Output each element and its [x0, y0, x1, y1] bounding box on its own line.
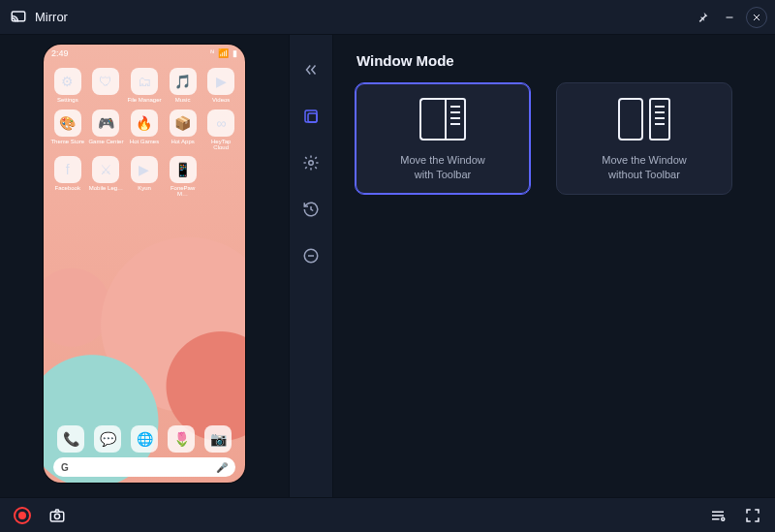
phone-statusbar: 2:49 ᴺ 📶 ▮	[44, 45, 245, 62]
app-label: File Manager	[127, 97, 161, 104]
phone-app[interactable]: 🗂File Manager	[126, 68, 163, 104]
minimize-button[interactable]	[719, 7, 740, 28]
record-button[interactable]	[12, 505, 33, 526]
collapse-rail-button[interactable]	[297, 56, 325, 83]
phone-app[interactable]: 🎵Music	[165, 68, 202, 104]
app-label: Music	[175, 97, 191, 104]
svg-rect-4	[305, 110, 317, 122]
app-icon: ∞	[207, 110, 234, 137]
app-icon: 🎵	[170, 68, 197, 95]
card-caption: Move the Windowwith Toolbar	[400, 153, 484, 182]
phone-app[interactable]: 🎨Theme Store	[49, 110, 86, 150]
window-mode-cards: Move the Windowwith Toolbar Move the Win…	[355, 82, 754, 195]
app-icon: 🔥	[131, 110, 158, 137]
phone-mirror[interactable]: 2:49 ᴺ 📶 ▮ ⚙Settings🛡🗂File Manager🎵Music…	[44, 45, 245, 483]
svg-rect-5	[308, 113, 317, 122]
app-icon: ▶	[207, 68, 234, 95]
phone-status-icons: ᴺ 📶 ▮	[210, 48, 237, 58]
app-icon: 🎨	[54, 110, 81, 137]
main-panel: Window Mode Move the Windowwith Toolbar …	[333, 35, 775, 497]
battery-icon: ▮	[232, 48, 237, 58]
card-without-toolbar[interactable]: Move the Windowwithout Toolbar	[556, 82, 732, 195]
app-label: Settings	[57, 97, 78, 104]
app-icon: 📱	[170, 156, 197, 183]
without-toolbar-illustration	[618, 95, 670, 143]
phone-app[interactable]: ▶Videos	[202, 68, 239, 104]
card-caption: Move the Windowwithout Toolbar	[602, 153, 686, 182]
card-with-toolbar[interactable]: Move the Windowwith Toolbar	[355, 82, 531, 195]
with-toolbar-illustration	[419, 95, 466, 143]
google-g-icon: G	[61, 462, 69, 473]
phone-app-grid: ⚙Settings🛡🗂File Manager🎵Music▶Videos🎨The…	[44, 62, 245, 197]
wifi-icon: 📶	[218, 48, 229, 58]
phone-app[interactable]: 🎮Game Center	[88, 110, 125, 150]
app-label: HeyTap Cloud	[202, 139, 239, 150]
pin-button[interactable]	[692, 7, 713, 28]
app-icon: ▶	[131, 156, 158, 183]
phone-app[interactable]: ⚔Mobile Leg…	[88, 156, 125, 197]
app-label: Game Center	[88, 139, 123, 145]
dock-app[interactable]: 💬	[94, 425, 121, 453]
svg-point-6	[309, 161, 314, 166]
phone-app[interactable]: 📱FonePaw M…	[165, 156, 202, 197]
phone-app[interactable]: ⚙Settings	[49, 68, 86, 104]
record-icon	[14, 507, 31, 524]
titlebar: Mirror	[0, 0, 775, 35]
power-tab[interactable]	[297, 242, 325, 269]
app-title: Mirror	[35, 10, 68, 24]
phone-dock: 📞💬🌐🌷📷	[51, 422, 237, 455]
phone-app[interactable]: ∞HeyTap Cloud	[202, 110, 239, 150]
history-tab[interactable]	[297, 196, 325, 223]
screenshot-button[interactable]	[46, 505, 68, 526]
settings-tab[interactable]	[297, 149, 325, 176]
phone-time: 2:49	[51, 48, 69, 58]
app-icon: ⚔	[92, 156, 119, 183]
app-label: FonePaw M…	[165, 185, 202, 197]
phone-search-bar[interactable]: G 🎤	[53, 457, 235, 477]
mic-icon: 🎤	[216, 462, 228, 473]
app-icon: 🗂	[131, 68, 158, 95]
dock-app[interactable]: 📞	[57, 425, 84, 453]
app-label: Hot Games	[130, 139, 159, 145]
app-icon: f	[54, 156, 81, 183]
phone-app[interactable]: ▶Kyun	[126, 156, 163, 197]
cast-icon	[10, 9, 27, 26]
app-label: Theme Store	[50, 139, 84, 145]
phone-app[interactable]: fFacebook	[49, 156, 86, 197]
app-icon: 📦	[170, 110, 197, 137]
svg-point-14	[722, 517, 725, 520]
app-label: Hot Apps	[170, 139, 194, 145]
bottom-bar	[0, 497, 775, 532]
dock-app[interactable]: 🌷	[168, 425, 195, 453]
fullscreen-button[interactable]	[742, 505, 763, 526]
app-icon: ⚙	[54, 68, 81, 95]
nfc-icon: ᴺ	[210, 48, 214, 58]
side-rail	[289, 35, 333, 497]
mirror-pane: 2:49 ᴺ 📶 ▮ ⚙Settings🛡🗂File Manager🎵Music…	[0, 35, 289, 497]
phone-app[interactable]: 🛡	[88, 68, 125, 104]
dock-app[interactable]: 📷	[204, 425, 232, 453]
svg-point-10	[54, 514, 59, 518]
device-list-button[interactable]	[707, 505, 728, 526]
app-label: Facebook	[55, 185, 80, 192]
app-label: Kyun	[138, 185, 151, 192]
app-icon: 🛡	[92, 68, 119, 95]
app-label: Videos	[212, 97, 230, 104]
close-button[interactable]	[746, 7, 767, 28]
panel-heading: Window Mode	[356, 52, 754, 69]
phone-app[interactable]: 🔥Hot Games	[126, 110, 163, 150]
dock-app[interactable]: 🌐	[131, 425, 158, 453]
phone-app[interactable]: 📦Hot Apps	[165, 110, 202, 150]
app-icon: 🎮	[92, 110, 119, 137]
app-label: Mobile Leg…	[89, 185, 123, 192]
window-mode-tab[interactable]	[297, 103, 325, 130]
